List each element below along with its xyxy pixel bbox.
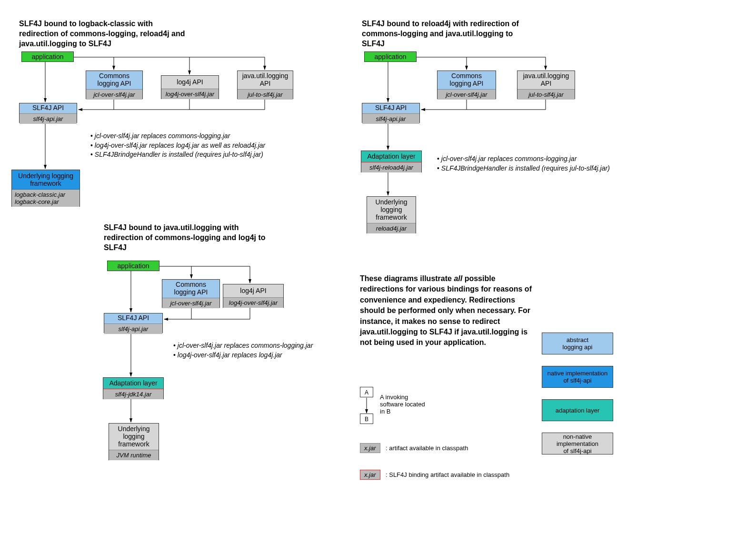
d1-log4j: log4j API log4j-over-slf4j.jar — [161, 75, 219, 99]
legend-B-box: B — [360, 414, 373, 424]
d3-commons: Commons logging API jcl-over-slf4j.jar — [162, 279, 220, 308]
d1-slf4j: SLF4J API slf4j-api.jar — [19, 103, 77, 123]
d3-title: SLF4J bound to java.util.logging with re… — [104, 223, 275, 252]
d2-slf4j: SLF4J API slf4j-api.jar — [362, 103, 420, 123]
d1-bullets: jcl-over-slf4j.jar replaces commons-logg… — [90, 131, 265, 160]
d3-slf4j: SLF4J API slf4j-api.jar — [104, 313, 163, 333]
legend-abstract: abstract logging api — [542, 333, 613, 354]
legend-jar-plain: x.jar — [360, 443, 380, 453]
d1-application: application — [21, 51, 74, 62]
d2-commons: Commons logging API jcl-over-slf4j.jar — [437, 71, 496, 99]
legend-adapt: adaptation layer — [542, 399, 613, 421]
legend-jar-red-text: : SLF4J binding artifact available in cl… — [386, 471, 509, 478]
explanation-text: These diagrams illustrate all possible r… — [360, 273, 536, 348]
d3-bullets: jcl-over-slf4j.jar replaces commons-logg… — [173, 341, 313, 360]
legend-native: native implementation of slf4j-api — [542, 366, 613, 388]
d2-adapt: Adaptation layer slf4j-reload4j.jar — [361, 151, 422, 172]
d2-bullets: jcl-over-slf4j.jar replaces commons-logg… — [437, 154, 610, 173]
d3-application: application — [107, 261, 159, 271]
d3-underlying: Underlying logging framework JVM runtime — [109, 423, 159, 460]
legend-jar-red: x.jar — [360, 470, 380, 480]
d3-log4j: log4j API log4j-over-slf4j.jar — [223, 284, 284, 308]
d3-adapt: Adaptation layer slf4j-jdk14.jar — [103, 377, 164, 399]
d2-title: SLF4J bound to reload4j with redirection… — [362, 19, 524, 49]
d1-jul: java.util.logging API jul-to-slf4j.jar — [237, 71, 293, 99]
legend-jar-plain-text: : artifact available in classpath — [386, 444, 468, 452]
legend-nonnative: non-native implementation of slf4j-api — [542, 433, 613, 454]
d2-application: application — [364, 51, 417, 62]
d2-underlying: Underlying logging framework reload4j.ja… — [367, 196, 416, 233]
d1-title: SLF4J bound to logback-classic with redi… — [19, 19, 190, 49]
d1-commons: Commons logging API jcl-over-slf4j.jar — [86, 71, 143, 99]
d2-jul: java.util.logging API jul-to-slf4j.jar — [517, 71, 575, 99]
legend-A-box: A — [360, 387, 373, 397]
legend-ab-text: A invoking software located in B — [380, 394, 425, 415]
d1-underlying: Underlying logging framework logback-cla… — [11, 170, 80, 207]
